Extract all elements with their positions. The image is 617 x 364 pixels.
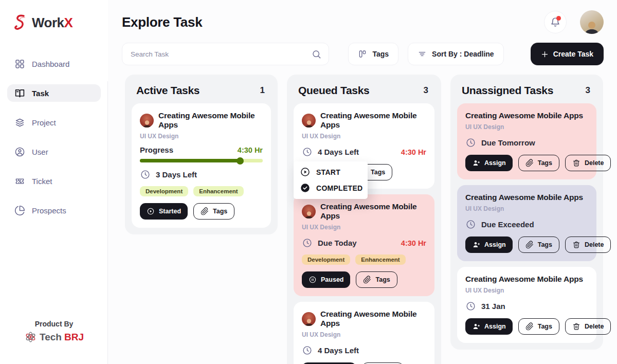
plus-icon <box>541 50 549 58</box>
task-title: Creating Awesome Mobile Apps <box>465 193 583 202</box>
sidebar-item-prospects[interactable]: Prospects <box>7 202 101 219</box>
notification-dot <box>556 16 561 21</box>
paperclip-icon <box>525 159 534 167</box>
app-window: WorkX Dashboard Task Project User Ticket <box>0 0 617 364</box>
task-card[interactable]: Creating Awesome Mobile Apps UI UX Desig… <box>457 103 596 179</box>
search-input[interactable] <box>131 50 312 58</box>
filter-lines-icon <box>418 49 427 59</box>
assignee-avatar <box>302 312 316 326</box>
tag-pill: Development <box>302 254 350 265</box>
assign-button[interactable]: Assign <box>465 155 513 171</box>
clock-icon <box>302 238 313 248</box>
menu-item-completed[interactable]: COMPLETED <box>300 183 361 193</box>
project-layers-icon <box>14 117 25 128</box>
pause-circle-icon <box>308 276 317 284</box>
notifications-button[interactable] <box>544 11 567 33</box>
column-count: 1 <box>260 85 267 96</box>
assign-button[interactable]: Assign <box>465 236 513 253</box>
user-avatar[interactable] <box>580 10 604 34</box>
task-card[interactable]: Creating Awesome Mobile Apps UI UX Desig… <box>132 103 271 228</box>
due-label: 3 Days Left <box>156 170 197 179</box>
task-title: Creating Awesome Mobile Apps <box>320 202 426 221</box>
column-unassigned-tasks: Unassigned Tasks 3 Creating Awesome Mobi… <box>450 75 603 350</box>
paperclip-icon <box>363 276 371 284</box>
sort-by-button[interactable]: Sort By : Deadline <box>408 43 504 65</box>
clock-icon <box>302 345 313 356</box>
sidebar-nav: Dashboard Task Project User Ticket Prosp… <box>0 55 108 219</box>
tag-pill: Enhancement <box>355 254 405 265</box>
task-title: Creating Awesome Mobile Apps <box>465 111 583 120</box>
tag-pill: Enhancement <box>193 186 243 196</box>
sidebar-item-task[interactable]: Task <box>7 84 101 102</box>
tags-filter-label: Tags <box>372 50 389 58</box>
tags-button[interactable]: Tags <box>518 318 559 335</box>
user-icon <box>14 147 25 157</box>
delete-button[interactable]: Delete <box>565 155 611 171</box>
sidebar-item-label: Ticket <box>32 177 52 186</box>
play-circle-icon <box>147 207 155 215</box>
ticket-icon <box>14 176 25 187</box>
sidebar-item-label: User <box>32 148 48 156</box>
sidebar-item-user[interactable]: User <box>7 143 101 160</box>
product-by-label: Product By <box>0 320 108 328</box>
task-card[interactable]: Creating Awesome Mobile Apps UI UX Desig… <box>294 103 434 189</box>
started-button[interactable]: Started <box>140 203 188 220</box>
techbrj-brj: BRJ <box>64 332 84 343</box>
menu-item-start[interactable]: START <box>300 167 361 177</box>
app-title: WorkX <box>32 15 72 31</box>
paperclip-icon <box>201 207 209 215</box>
task-status-menu: START COMPLETED <box>294 161 368 199</box>
tags-button[interactable]: Tags <box>193 203 234 220</box>
progress-time: 4:30 Hr <box>238 146 263 154</box>
clock-icon <box>302 147 313 157</box>
task-card[interactable]: Creating Awesome Mobile Apps UI UX Desig… <box>294 194 434 296</box>
paused-button[interactable]: Paused <box>302 271 350 288</box>
due-label: Due Tomorrow <box>481 138 535 147</box>
workx-ribbon-icon <box>12 14 28 31</box>
sidebar-item-label: Dashboard <box>32 60 69 68</box>
column-title: Active Tasks <box>136 84 199 97</box>
atom-icon <box>24 331 37 343</box>
sidebar-item-dashboard[interactable]: Dashboard <box>7 55 101 72</box>
tags-filter-button[interactable]: Tags <box>348 43 398 65</box>
play-circle-icon <box>300 167 311 177</box>
task-subtitle: UI UX Design <box>140 133 263 140</box>
tags-button[interactable]: Tags <box>518 155 559 171</box>
assignee-avatar <box>302 114 316 128</box>
task-board: Active Tasks 1 Creating Awesome Mobile A… <box>108 65 617 364</box>
delete-button[interactable]: Delete <box>565 236 611 253</box>
task-card[interactable]: Creating Awesome Mobile Apps UI UX Desig… <box>294 302 434 364</box>
dashboard-grid-icon <box>14 59 25 69</box>
sidebar-item-ticket[interactable]: Ticket <box>7 172 101 190</box>
layout-blocks-icon <box>358 49 367 59</box>
assign-button[interactable]: Assign <box>465 318 513 335</box>
progress-knob[interactable] <box>237 157 244 165</box>
delete-button[interactable]: Delete <box>565 318 611 335</box>
search-box[interactable] <box>122 43 329 65</box>
assignee-avatar <box>140 114 154 128</box>
tags-button[interactable]: Tags <box>356 271 397 288</box>
search-icon <box>312 49 321 59</box>
page-header: Explore Task <box>108 0 617 65</box>
tag-pill: Development <box>140 186 188 196</box>
person-plus-icon <box>472 159 480 167</box>
sidebar-item-project[interactable]: Project <box>7 114 101 131</box>
app-logo[interactable]: WorkX <box>0 0 108 31</box>
tags-button[interactable]: Tags <box>518 236 559 253</box>
create-task-button[interactable]: Create Task <box>531 43 604 65</box>
sidebar-item-label: Prospects <box>32 206 66 215</box>
task-title: Creating Awesome Mobile Apps <box>465 275 583 284</box>
person-plus-icon <box>472 241 480 249</box>
sort-by-label: Sort By : Deadline <box>432 50 494 58</box>
due-label: 31 Jan <box>481 302 505 311</box>
progress-bar[interactable] <box>140 159 263 162</box>
assignee-avatar <box>302 205 316 219</box>
person-plus-icon <box>472 322 480 331</box>
task-card[interactable]: Creating Awesome Mobile Apps UI UX Desig… <box>457 185 596 261</box>
task-subtitle: UI UX Design <box>465 205 588 212</box>
sidebar: WorkX Dashboard Task Project User Ticket <box>0 0 108 364</box>
column-count: 3 <box>586 85 592 96</box>
column-title: Queued Tasks <box>298 84 369 97</box>
paperclip-icon <box>525 322 534 331</box>
task-card[interactable]: Creating Awesome Mobile Apps UI UX Desig… <box>457 267 596 343</box>
